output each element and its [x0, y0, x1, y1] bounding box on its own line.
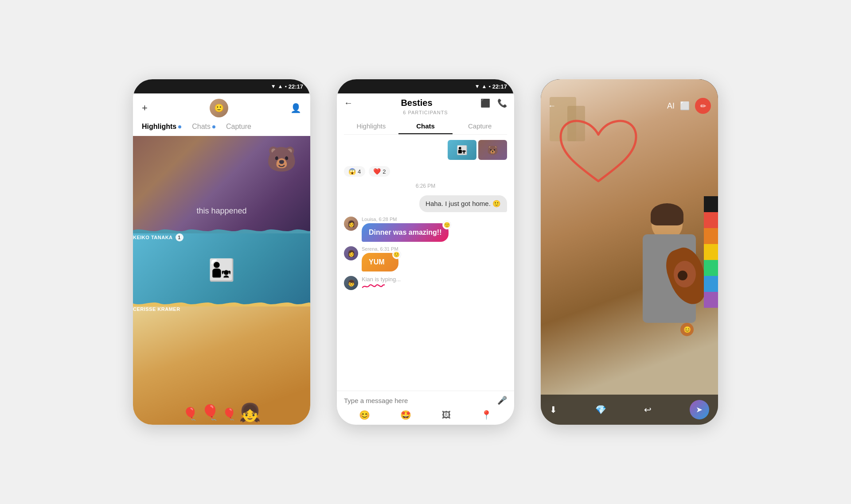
typing-indicator: 👦 Kian is typing... — [344, 276, 507, 290]
reaction-shocked[interactable]: 😱 4 — [344, 166, 365, 177]
back-button-3[interactable]: ← — [548, 101, 556, 111]
network-icon-2: ▲ — [482, 83, 487, 89]
message-self-1: Haha. I just got home. 🙂 — [344, 195, 507, 212]
signal-icon: ▼ — [271, 83, 276, 89]
phone-1: ▼ ▲ ▪ 22:17 + 🙂 👤 Highlights Chats Captu… — [133, 79, 310, 425]
tab-chats-1[interactable]: Chats — [192, 123, 215, 132]
balloon-blue: 🎈 — [222, 407, 236, 421]
sender-louisa: Louisa, 6:28 PM — [362, 217, 449, 222]
chats-dot — [212, 125, 215, 128]
color-blue[interactable] — [704, 276, 718, 292]
brush-button[interactable]: ✏ — [695, 98, 711, 114]
message-content-serena: Serena, 6:31 PM YUM 🙂 — [362, 246, 398, 271]
layers-button[interactable]: ⬜ — [680, 101, 690, 111]
story-thumb-2[interactable]: 🐻 — [478, 140, 507, 160]
highlights-dot — [178, 125, 181, 128]
wave-divider-2 — [133, 300, 310, 306]
ai-button[interactable]: AI — [667, 101, 675, 111]
location-button[interactable]: 📍 — [481, 410, 492, 420]
send-button[interactable]: ➤ — [690, 400, 709, 419]
avatar-serena: 👩 — [344, 246, 358, 260]
chat-input-area: 🎤 😊 🤩 🖼 📍 — [337, 391, 514, 425]
heart-drawing — [554, 115, 643, 194]
story-thumbnails: 👨‍👧 🐻 — [344, 140, 507, 160]
phone1-header: + 🙂 👤 — [133, 93, 310, 121]
story-item-1[interactable]: 🐻 this happened JAZMINE SIMMONS 3 — [133, 136, 310, 233]
battery-icon-2: ▪ — [488, 83, 490, 89]
color-yellow[interactable] — [704, 244, 718, 260]
status-icons-1: ▼ ▲ ▪ 22:17 — [271, 83, 303, 90]
new-post-button[interactable]: + — [142, 102, 148, 114]
story-item-2[interactable]: 👨‍👧 KEIKO TANAKA 1 — [133, 233, 310, 306]
friends-emoji: 👨‍👧 — [208, 258, 235, 283]
sticker-button[interactable]: 🤩 — [400, 410, 411, 420]
phone2-header: ← Besties ⬛ 📞 6 PARTICIPANTS Highlights … — [337, 93, 514, 135]
emoji-button[interactable]: 😊 — [359, 410, 370, 420]
guitar-person — [603, 203, 709, 389]
color-orange[interactable] — [704, 228, 718, 244]
download-button[interactable]: ⬇ — [550, 404, 557, 415]
status-bar-2: ▼ ▲ ▪ 22:17 — [337, 79, 514, 93]
sender-serena: Serena, 6:31 PM — [362, 246, 398, 252]
image-button[interactable]: 🖼 — [442, 410, 451, 420]
phone-3: ▼ ▲ ▪ 22:17 — [541, 79, 718, 425]
tab-highlights-1[interactable]: Highlights — [142, 123, 181, 132]
message-input[interactable] — [344, 397, 494, 404]
bubble-yum: YUM 🙂 — [362, 253, 398, 271]
status-time-1: 22:17 — [289, 83, 303, 90]
phone3-header: ← AI ⬜ ✏ — [541, 93, 718, 118]
tab-highlights-2[interactable]: Highlights — [344, 119, 398, 134]
guitar-decoration: 😊 — [680, 323, 694, 336]
phone3-toolbar: ⬇ 💎 ↩ ➤ — [541, 395, 718, 425]
signal-icon-2: ▼ — [475, 83, 480, 89]
tab-chats-2[interactable]: Chats — [398, 119, 453, 134]
typing-text: Kian is typing... — [362, 276, 401, 283]
story-thumb-1[interactable]: 👨‍👧 — [448, 140, 476, 160]
reaction-smile-dinner: 🙂 — [442, 221, 451, 229]
balloon-yellow: 🎈 — [201, 403, 219, 421]
header-right-controls: AI ⬜ ✏ — [667, 98, 711, 114]
chat-toolbar: 😊 🤩 🖼 📍 — [344, 410, 507, 420]
message-content-louisa: Louisa, 6:28 PM Dinner was amazing!! 🙂 — [362, 217, 449, 242]
reaction-heart[interactable]: ❤️ 2 — [369, 166, 390, 177]
network-icon: ▲ — [278, 83, 283, 89]
status-bar-1: ▼ ▲ ▪ 22:17 — [133, 79, 310, 93]
voice-call-button[interactable]: 📞 — [497, 98, 507, 108]
tab-capture-2[interactable]: Capture — [453, 119, 507, 134]
message-reactions: 😱 4 ❤️ 2 — [344, 166, 507, 177]
bear-emoji: 🐻 — [266, 145, 297, 174]
participants-count: 6 PARTICIPANTS — [344, 110, 507, 115]
message-louisa: 👩 Louisa, 6:28 PM Dinner was amazing!! 🙂 — [344, 217, 507, 242]
header-left-controls: ← — [548, 101, 556, 111]
story-item-3[interactable]: 🎈 🎈 🎈 👧 CERISSE KRAMER — [133, 306, 310, 425]
chat-action-buttons: ⬛ 📞 — [480, 98, 507, 108]
chat-messages: 👨‍👧 🐻 😱 4 ❤️ 2 6:26 PM Haha. I just got … — [337, 135, 514, 391]
balloon-green: 🎈 — [183, 407, 198, 421]
back-button[interactable]: ← — [344, 98, 353, 108]
message-bubble-self: Haha. I just got home. 🙂 — [419, 195, 507, 212]
user-avatar[interactable]: 🙂 — [210, 99, 228, 117]
phone-2: ▼ ▲ ▪ 22:17 ← Besties ⬛ 📞 6 PARTICIPANTS… — [337, 79, 514, 425]
mic-button[interactable]: 🎤 — [497, 395, 507, 405]
message-timestamp-1: 6:26 PM — [344, 183, 507, 189]
add-friend-button[interactable]: 👤 — [290, 103, 301, 113]
highlights-feed: 🐻 this happened JAZMINE SIMMONS 3 👨‍👧 — [133, 136, 310, 425]
avatar-kian: 👦 — [344, 276, 358, 290]
tab-capture-1[interactable]: Capture — [226, 123, 251, 132]
color-red[interactable] — [704, 212, 718, 228]
chat-title: Besties — [401, 98, 432, 108]
color-black[interactable] — [704, 196, 718, 212]
undo-button[interactable]: ↩ — [644, 404, 652, 415]
effects-button[interactable]: 💎 — [595, 404, 606, 415]
bubble-dinner: Dinner was amazing!! 🙂 — [362, 223, 449, 242]
reaction-smile-yum: 🙂 — [392, 250, 401, 259]
color-green[interactable] — [704, 260, 718, 276]
party-person: 👧 — [239, 402, 261, 423]
status-time-2: 22:17 — [492, 83, 507, 90]
color-purple[interactable] — [704, 292, 718, 308]
typing-wave — [362, 283, 385, 289]
story-caption-1: this happened — [196, 206, 246, 216]
avatar-louisa: 👩 — [344, 217, 358, 231]
video-call-button[interactable]: ⬛ — [480, 98, 490, 108]
wave-divider-1 — [133, 227, 310, 233]
